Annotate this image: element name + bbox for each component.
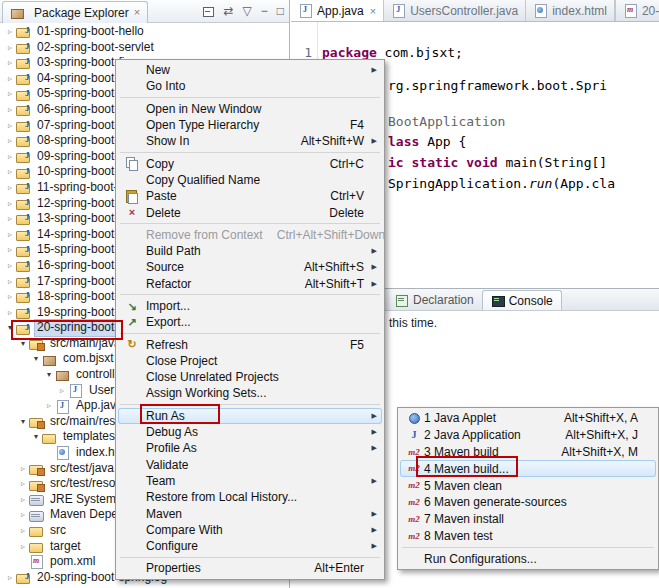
collapsed-arrow-icon[interactable]: ▹ bbox=[43, 398, 55, 414]
tree-item[interactable]: ▹02-spring-boot-servlet bbox=[0, 40, 289, 56]
menu-item-refresh[interactable]: ↻RefreshF5 bbox=[118, 336, 382, 352]
menu-item-java-application[interactable]: J2 Java ApplicationAlt+Shift+X, J bbox=[400, 427, 656, 444]
collapsed-arrow-icon[interactable]: ▹ bbox=[4, 71, 16, 87]
source-folder-icon bbox=[29, 415, 44, 428]
collapsed-arrow-icon[interactable]: ▹ bbox=[4, 180, 16, 196]
collapsed-arrow-icon[interactable]: ▹ bbox=[17, 539, 29, 555]
menu-item-open-in-new-window[interactable]: Open in New Window bbox=[118, 101, 382, 117]
keyword-token: package bbox=[322, 45, 377, 60]
menu-item-restore-from-local-history[interactable]: Restore from Local History... bbox=[118, 489, 382, 505]
collapsed-arrow-icon[interactable]: ▹ bbox=[4, 118, 16, 134]
collapsed-arrow-icon[interactable]: ▹ bbox=[4, 196, 16, 212]
menu-item-run-configurations[interactable]: Run Configurations... bbox=[400, 550, 656, 567]
collapsed-arrow-icon[interactable]: ▹ bbox=[56, 383, 68, 399]
menu-item-profile-as[interactable]: Profile As▶ bbox=[118, 440, 382, 456]
menu-item-import[interactable]: ↘Import... bbox=[118, 298, 382, 314]
menu-item-refactor[interactable]: RefactorAlt+Shift+T▶ bbox=[118, 276, 382, 292]
code-line-1: package com.bjsxt; bbox=[322, 45, 463, 60]
menu-item-close-project[interactable]: Close Project bbox=[118, 353, 382, 369]
expanded-arrow-icon[interactable]: ▾ bbox=[30, 429, 42, 445]
xml-file-icon bbox=[29, 555, 44, 568]
menu-item-new[interactable]: New▶ bbox=[118, 62, 382, 78]
menu-item-configure[interactable]: Configure▶ bbox=[118, 538, 382, 554]
menu-item-close-unrelated-projects[interactable]: Close Unrelated Projects bbox=[118, 369, 382, 385]
close-icon[interactable]: × bbox=[134, 7, 140, 18]
tree-item[interactable]: ▹01-spring-boot-hello bbox=[0, 24, 289, 40]
menu-item-source[interactable]: SourceAlt+Shift+S▶ bbox=[118, 259, 382, 275]
menu-item-team[interactable]: Team▶ bbox=[118, 473, 382, 489]
collapsed-arrow-icon[interactable]: ▹ bbox=[17, 461, 29, 477]
tab-20-spring-boot[interactable]: 20-spring-boot bbox=[615, 0, 659, 21]
tab-index-html[interactable]: index.html bbox=[526, 0, 615, 21]
line-number: 1 bbox=[291, 45, 312, 60]
tab-declaration[interactable]: Declaration bbox=[387, 290, 482, 310]
collapsed-arrow-icon[interactable]: ▹ bbox=[4, 258, 16, 274]
expanded-arrow-icon[interactable]: ▾ bbox=[30, 351, 42, 367]
collapsed-arrow-icon[interactable]: ▹ bbox=[4, 40, 16, 56]
menu-item-compare-with[interactable]: Compare With▶ bbox=[118, 522, 382, 538]
menu-item-copy[interactable]: CopyCtrl+C bbox=[118, 155, 382, 171]
java-project-icon bbox=[16, 72, 31, 85]
menu-item-assign-working-sets[interactable]: Assign Working Sets... bbox=[118, 385, 382, 401]
collapse-all-icon[interactable] bbox=[201, 4, 214, 18]
collapsed-arrow-icon[interactable]: ▹ bbox=[17, 492, 29, 508]
collapsed-arrow-icon[interactable]: ▹ bbox=[4, 227, 16, 243]
collapsed-arrow-icon[interactable]: ▹ bbox=[4, 289, 16, 305]
tab-package-explorer[interactable]: Package Explorer × bbox=[2, 1, 148, 23]
maximize-icon[interactable]: □ bbox=[277, 4, 284, 18]
tab-label: UsersController.java bbox=[410, 4, 518, 18]
menu-item-maven-test[interactable]: m28 Maven test bbox=[400, 528, 656, 545]
menu-item-go-into[interactable]: Go Into bbox=[118, 78, 382, 94]
collapsed-arrow-icon[interactable]: ▹ bbox=[17, 507, 29, 523]
menu-item-copy-qualified-name[interactable]: Copy Qualified Name bbox=[118, 172, 382, 188]
menu-item-open-type-hierarchy[interactable]: Open Type HierarchyF4 bbox=[118, 117, 382, 133]
source-folder-icon bbox=[29, 462, 44, 475]
collapsed-arrow-icon[interactable]: ▹ bbox=[4, 55, 16, 71]
code-token: SpringApplication. bbox=[388, 176, 529, 191]
menu-item-remove-from-context[interactable]: Remove from ContextCtrl+Alt+Shift+Down bbox=[118, 227, 382, 243]
collapsed-arrow-icon[interactable]: ▹ bbox=[17, 476, 29, 492]
menu-item-java-applet[interactable]: 1 Java AppletAlt+Shift+X, A bbox=[400, 410, 656, 427]
html-file-icon bbox=[55, 446, 70, 459]
collapsed-arrow-icon[interactable]: ▹ bbox=[4, 164, 16, 180]
menu-item-maven-generate-sources[interactable]: m26 Maven generate-sources bbox=[400, 494, 656, 511]
menu-item-maven-clean[interactable]: m25 Maven clean bbox=[400, 477, 656, 494]
menu-item-show-in[interactable]: Show InAlt+Shift+W▶ bbox=[118, 133, 382, 149]
expanded-arrow-icon[interactable]: ▾ bbox=[43, 367, 55, 383]
collapsed-arrow-icon[interactable]: ▹ bbox=[4, 242, 16, 258]
tab-app-java[interactable]: App.java × bbox=[291, 0, 384, 21]
menu-item-export[interactable]: ↗Export... bbox=[118, 314, 382, 330]
collapsed-arrow-icon[interactable]: ▹ bbox=[4, 149, 16, 165]
m2-icon: m2 bbox=[406, 495, 422, 509]
view-menu-icon[interactable]: ▽ bbox=[243, 4, 252, 18]
menu-item-debug-as[interactable]: Debug As▶ bbox=[118, 424, 382, 440]
menu-item-maven-install[interactable]: m27 Maven install bbox=[400, 511, 656, 528]
highlight-box-maven-build bbox=[416, 456, 518, 477]
menu-item-validate[interactable]: Validate bbox=[118, 457, 382, 473]
minimize-icon[interactable]: − bbox=[261, 4, 268, 18]
collapsed-arrow-icon[interactable]: ▹ bbox=[4, 570, 16, 586]
collapsed-arrow-icon[interactable]: ▹ bbox=[4, 24, 16, 40]
menu-item-build-path[interactable]: Build Path▶ bbox=[118, 243, 382, 259]
expanded-arrow-icon[interactable]: ▾ bbox=[17, 414, 29, 430]
collapsed-arrow-icon[interactable]: ▹ bbox=[17, 523, 29, 539]
tab-userscontroller-java[interactable]: UsersController.java bbox=[384, 0, 526, 21]
collapsed-arrow-icon[interactable]: ▹ bbox=[4, 305, 16, 321]
close-icon[interactable]: × bbox=[370, 5, 376, 17]
panel-toolbar: ⇄ ▽ − □ bbox=[201, 4, 284, 18]
tab-console[interactable]: Console bbox=[482, 290, 562, 310]
menu-item-paste[interactable]: PasteCtrl+V bbox=[118, 188, 382, 204]
collapsed-arrow-icon[interactable]: ▹ bbox=[4, 86, 16, 102]
import-icon: ↘ bbox=[124, 299, 140, 313]
link-with-editor-icon[interactable]: ⇄ bbox=[223, 4, 233, 18]
collapsed-arrow-icon[interactable]: ▹ bbox=[4, 211, 16, 227]
menu-item-delete[interactable]: ×DeleteDelete bbox=[118, 204, 382, 220]
menu-item-properties[interactable]: PropertiesAlt+Enter bbox=[118, 560, 382, 576]
collapsed-arrow-icon[interactable]: ▹ bbox=[4, 133, 16, 149]
submenu-arrow-icon: ▶ bbox=[372, 65, 377, 75]
java-project-icon bbox=[16, 103, 31, 116]
menu-item-maven[interactable]: Maven▶ bbox=[118, 505, 382, 521]
collapsed-arrow-icon[interactable]: ▹ bbox=[4, 102, 16, 118]
collapsed-arrow-icon[interactable]: ▹ bbox=[4, 274, 16, 290]
java-project-icon bbox=[16, 25, 31, 38]
